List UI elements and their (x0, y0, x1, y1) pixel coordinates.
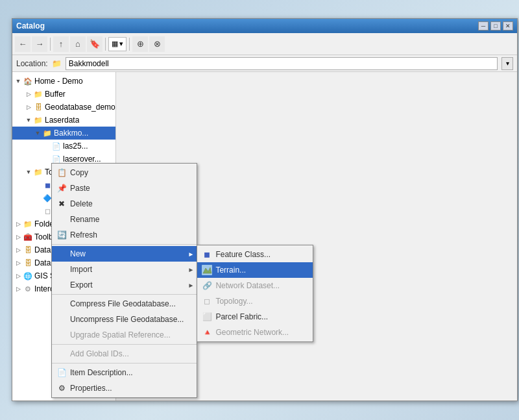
folder-icon-laserdata: 📁 (33, 115, 43, 125)
ctx-export[interactable]: Export ► (52, 277, 197, 293)
ctx-item-description-label: Item Description... (70, 368, 133, 377)
connect-button[interactable]: ⊕ (132, 36, 148, 52)
window-controls: ─ □ ✕ (478, 21, 513, 31)
db-icon-topologisje: 📁 (33, 167, 43, 177)
ctx-upgrade-label: Upgrade Spatial Reference... (70, 330, 171, 340)
disconnect-button[interactable]: ⊗ (149, 36, 165, 52)
ctx-uncompress[interactable]: Uncompress File Geodatabase... (52, 312, 197, 327)
ctx-rename[interactable]: Rename (52, 212, 197, 227)
ctx-item-description[interactable]: 📄 Item Description... (52, 365, 197, 380)
db-icon-geodatabase: 🗄 (33, 102, 43, 112)
separator-2 (105, 38, 106, 51)
ctx-parcel-label: Parcel Fabric... (215, 312, 268, 321)
ctx-properties-label: Properties... (70, 384, 112, 393)
up-button[interactable]: ↑ (53, 36, 69, 52)
folder-icon-bakkmodell: 📁 (42, 128, 53, 138)
main-area: ▼ 🏠 Home - Demo ▷ 📁 Buffer ▷ 🗄 Geodataba… (12, 72, 517, 401)
context-menu-container: 📋 Copy 📌 Paste ✖ Delete Rename 🔄 R (51, 163, 197, 398)
ctx-feature-class[interactable]: ◼ Feature Class... (197, 247, 313, 262)
rename-icon (56, 214, 67, 225)
tree-item-bakkmodell[interactable]: ▼ 📁 Bakkmo... (12, 127, 115, 140)
tree-item-geodatabase[interactable]: ▷ 🗄 Geodatabase_demo (12, 101, 115, 114)
ctx-parcel-fabric[interactable]: ⬜ Parcel Fabric... (197, 309, 313, 325)
ctx-terrain[interactable]: Terrain... (197, 262, 313, 278)
import-icon (56, 264, 67, 275)
item-desc-icon: 📄 (56, 367, 67, 378)
ctx-topology: ◻ Topology... (197, 293, 313, 309)
ctx-refresh[interactable]: 🔄 Refresh (52, 227, 197, 243)
compress-icon (56, 298, 67, 310)
separator-1 (50, 38, 51, 51)
expander-home: ▼ (14, 78, 23, 84)
tree-item-laserdata[interactable]: ▼ 📁 Laserdata (12, 114, 115, 127)
minimize-button[interactable]: ─ (478, 21, 489, 31)
tree-label-geodatabase: Geodatabase_demo (45, 103, 115, 112)
bookmark-button[interactable]: 🔖 (87, 36, 103, 52)
tree-label-home: Home - Demo (34, 77, 83, 86)
ctx-paste-label: Paste (70, 184, 90, 193)
expander-buffer: ▷ (24, 91, 33, 97)
ctx-copy[interactable]: 📋 Copy (52, 165, 197, 180)
expander-database-conn: ▷ (14, 260, 23, 266)
gear-icon-interop: ⚙ (23, 284, 33, 294)
location-dropdown-button[interactable]: ▾ (501, 57, 513, 70)
uncompress-icon (56, 314, 67, 325)
folder-icon-connections: 📁 (23, 219, 33, 229)
ctx-compress-label: Compress File Geodatabase... (70, 299, 176, 308)
properties-icon: ⚙ (56, 382, 67, 394)
location-value: Bakkmodell (69, 59, 109, 68)
tree-label-laserover: laserover... (63, 154, 101, 164)
location-input[interactable]: Bakkmodell (66, 57, 498, 70)
delete-icon: ✖ (56, 198, 67, 210)
ctx-delete-label: Delete (70, 199, 93, 208)
new-icon (56, 248, 67, 260)
expander-toolboxes: ▷ (14, 234, 23, 240)
expander-topologisje: ▼ (24, 169, 33, 175)
ctx-new-submenu: ◼ Feature Class... Terrain... (197, 245, 313, 342)
ctx-copy-label: Copy (70, 168, 88, 177)
ctx-new[interactable]: New ► ◼ Feature Class... (52, 246, 197, 262)
ctx-add-global-ids: Add Global IDs... (52, 346, 197, 362)
tree-label-buffer: Buffer (45, 90, 66, 99)
tree-label-laserdata: Laserdata (45, 116, 79, 125)
ctx-topology-label: Topology... (215, 297, 252, 306)
location-label: Location: (16, 59, 48, 68)
network-icon: 🔗 (201, 280, 213, 291)
db-icon-server: 🗄 (23, 245, 33, 255)
refresh-icon: 🔄 (56, 229, 67, 241)
global-ids-icon (56, 348, 67, 360)
ctx-sep-2 (52, 294, 197, 295)
copy-icon: 📋 (56, 167, 67, 179)
new-arrow-icon: ► (188, 251, 195, 258)
ctx-sep-4 (52, 363, 197, 364)
ctx-rename-label: Rename (70, 215, 99, 224)
close-button[interactable]: ✕ (503, 21, 513, 31)
ctx-geometric-label: Geometric Network... (215, 328, 289, 337)
export-icon (56, 279, 67, 291)
ctx-network-label: Network Dataset... (215, 281, 280, 290)
expander-geodatabase: ▷ (24, 104, 33, 110)
back-button[interactable]: ← (15, 36, 30, 52)
forward-button[interactable]: → (32, 36, 47, 52)
ctx-add-global-ids-label: Add Global IDs... (70, 349, 129, 358)
tree-label-las25: las25... (63, 142, 88, 151)
ctx-import[interactable]: Import ► (52, 262, 197, 277)
home-button[interactable]: ⌂ (70, 36, 86, 52)
view-dropdown[interactable]: ▦ ▾ (108, 37, 127, 51)
tree-item-buffer[interactable]: ▷ 📁 Buffer (12, 88, 115, 101)
ctx-new-label: New (70, 249, 86, 258)
ctx-delete[interactable]: ✖ Delete (52, 196, 197, 212)
ctx-properties[interactable]: ⚙ Properties... (52, 380, 197, 396)
tree-item-las25[interactable]: 📄 las25... (12, 140, 115, 153)
title-bar: Catalog ─ □ ✕ (12, 19, 517, 33)
ctx-sep-1 (52, 244, 197, 245)
toolbox-icon: 🧰 (23, 232, 33, 242)
ctx-feature-class-label: Feature Class... (215, 250, 271, 259)
ctx-compress[interactable]: Compress File Geodatabase... (52, 296, 197, 312)
import-arrow-icon: ► (188, 266, 195, 273)
tree-item-home[interactable]: ▼ 🏠 Home - Demo (12, 75, 115, 88)
location-folder-icon: 📁 (52, 59, 62, 68)
expander-folder-connections: ▷ (14, 221, 23, 227)
maximize-button[interactable]: □ (490, 21, 501, 31)
ctx-paste[interactable]: 📌 Paste (52, 180, 197, 196)
